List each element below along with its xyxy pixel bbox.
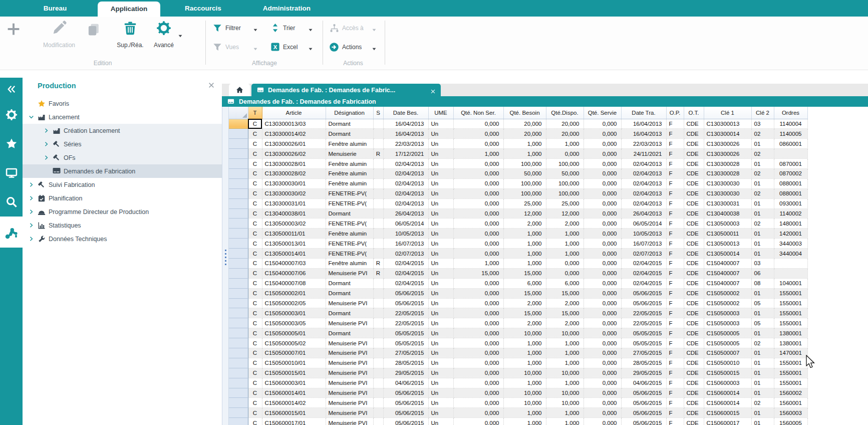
cell[interactable]: C150500007 bbox=[704, 348, 751, 358]
cell[interactable] bbox=[373, 139, 383, 149]
table-row[interactable]: CC130500011/01Fenêtre alumin10/05/2013Un… bbox=[229, 229, 807, 239]
cell[interactable]: 1560005 bbox=[774, 418, 807, 425]
cell[interactable]: 02/04/2015 bbox=[621, 268, 666, 278]
table-row[interactable]: CC150500010/01Menuiserie PVI28/05/2015Un… bbox=[229, 358, 807, 368]
cell[interactable]: 1,000 bbox=[453, 258, 503, 268]
cell[interactable]: 10,000 bbox=[546, 368, 584, 378]
cell[interactable]: 05/06/2015 bbox=[621, 398, 666, 408]
table-row[interactable]: CC150600014/01Menuiserie PVI05/06/2015Un… bbox=[229, 388, 807, 398]
cell[interactable] bbox=[373, 188, 383, 198]
cell[interactable]: F bbox=[666, 298, 684, 308]
cell[interactable]: 01 bbox=[751, 358, 774, 368]
cell[interactable]: C bbox=[248, 268, 262, 278]
cell[interactable]: C130300030/02 bbox=[262, 188, 326, 198]
chevron-right-icon[interactable] bbox=[29, 209, 38, 215]
cell[interactable]: 6,000 bbox=[503, 278, 546, 288]
cell[interactable]: CDE bbox=[684, 258, 704, 268]
cell[interactable]: 1550001 bbox=[774, 288, 807, 298]
cell[interactable]: F bbox=[666, 249, 684, 259]
cell[interactable]: F bbox=[666, 388, 684, 398]
table-row[interactable]: CC150400007/03Fenêtre aluminR02/04/2015U… bbox=[229, 258, 807, 268]
cell[interactable]: Un bbox=[428, 168, 453, 178]
cell[interactable]: 2,000 bbox=[546, 298, 584, 308]
cell[interactable]: C150600017/01 bbox=[262, 418, 326, 425]
cell[interactable]: 0,000 bbox=[453, 139, 503, 149]
cell[interactable]: 29/05/2015 bbox=[383, 368, 428, 378]
cell[interactable]: 10,000 bbox=[503, 328, 546, 338]
cell[interactable]: F bbox=[666, 308, 684, 318]
cell[interactable]: F bbox=[666, 378, 684, 388]
cell[interactable] bbox=[373, 119, 383, 129]
cell[interactable]: C130300031/01 bbox=[262, 198, 326, 208]
cell[interactable]: 02/04/2015 bbox=[621, 278, 666, 288]
cell[interactable]: 0,000 bbox=[584, 258, 621, 268]
cell[interactable]: Un bbox=[428, 159, 453, 169]
row-selector[interactable] bbox=[229, 308, 248, 318]
cell[interactable] bbox=[373, 208, 383, 219]
chevron-right-icon[interactable] bbox=[29, 236, 38, 242]
cell[interactable]: 0,000 bbox=[584, 239, 621, 249]
cell[interactable]: 15,000 bbox=[503, 308, 546, 318]
cell[interactable]: 28/05/2015 bbox=[621, 358, 666, 368]
cell[interactable]: F bbox=[666, 119, 684, 129]
tree-item-donn-es-techniques[interactable]: Données Techniques bbox=[23, 232, 222, 246]
cell[interactable]: 0,000 bbox=[584, 149, 621, 159]
cell[interactable]: CDE bbox=[684, 139, 704, 149]
cell[interactable]: 22/05/2015 bbox=[383, 308, 428, 318]
cell[interactable]: CDE bbox=[684, 368, 704, 378]
cell[interactable]: Menuiserie PVI bbox=[326, 388, 373, 398]
row-selector[interactable] bbox=[229, 258, 248, 268]
cell[interactable]: 05/06/2015 bbox=[621, 408, 666, 418]
cell[interactable]: 05/06/2015 bbox=[383, 408, 428, 418]
cell[interactable]: C130500003 bbox=[704, 219, 751, 229]
cell[interactable]: C130300026 bbox=[704, 139, 751, 149]
cell[interactable]: Fenêtre alumin bbox=[326, 159, 373, 169]
cell[interactable]: CDE bbox=[684, 239, 704, 249]
cell[interactable] bbox=[373, 168, 383, 178]
cell[interactable]: F bbox=[666, 159, 684, 169]
cell[interactable]: 1550001 bbox=[774, 318, 807, 328]
cell[interactable]: C bbox=[248, 149, 262, 159]
row-selector[interactable] bbox=[229, 159, 248, 169]
cell[interactable]: 0,000 bbox=[584, 398, 621, 408]
cell[interactable]: 1380001 bbox=[774, 328, 807, 338]
cell[interactable]: C bbox=[248, 278, 262, 288]
cell[interactable]: 27/05/2015 bbox=[383, 348, 428, 358]
filtrer-dropdown-icon[interactable] bbox=[253, 26, 258, 31]
cell[interactable]: 0,000 bbox=[584, 288, 621, 298]
cell[interactable]: C130300028/02 bbox=[262, 168, 326, 178]
column-header-o-p-[interactable]: O.P. bbox=[666, 107, 684, 119]
cell[interactable]: 1140002 bbox=[774, 208, 807, 219]
cell[interactable]: Un bbox=[428, 378, 453, 388]
row-selector[interactable] bbox=[229, 168, 248, 178]
cell[interactable] bbox=[373, 418, 383, 425]
cell[interactable]: Un bbox=[428, 208, 453, 219]
cell[interactable]: 20,000 bbox=[546, 119, 584, 129]
cell[interactable]: 16/04/2013 bbox=[621, 119, 666, 129]
cell[interactable]: C150500010/01 bbox=[262, 358, 326, 368]
column-header-date-tra-[interactable]: Date Tra. bbox=[621, 107, 666, 119]
cell[interactable]: 10/05/2013 bbox=[383, 229, 428, 239]
tab-home[interactable] bbox=[229, 84, 250, 96]
cell[interactable] bbox=[373, 219, 383, 229]
cell[interactable]: C150400007 bbox=[704, 278, 751, 288]
tree-item-suivi-fabrication[interactable]: Suivi Fabrication bbox=[23, 178, 222, 191]
cell[interactable]: 05/06/2015 bbox=[383, 398, 428, 408]
cell[interactable]: 0,000 bbox=[584, 268, 621, 278]
cell[interactable] bbox=[373, 308, 383, 318]
cell[interactable]: 10,000 bbox=[503, 388, 546, 398]
cell[interactable]: C150600017 bbox=[704, 418, 751, 425]
cell[interactable]: F bbox=[666, 318, 684, 328]
cell[interactable]: C150400007 bbox=[704, 268, 751, 278]
cell[interactable]: C bbox=[248, 178, 262, 188]
cell[interactable]: Un bbox=[428, 129, 453, 139]
cell[interactable]: 10,000 bbox=[546, 328, 584, 338]
cell[interactable]: CDE bbox=[684, 318, 704, 328]
cell[interactable]: 1420001 bbox=[774, 229, 807, 239]
cell[interactable]: 24/11/2021 bbox=[621, 149, 666, 159]
cell[interactable]: F bbox=[666, 338, 684, 348]
cell[interactable]: Fenêtre alumin bbox=[326, 178, 373, 188]
cell[interactable]: 0,000 bbox=[453, 239, 503, 249]
cell[interactable] bbox=[373, 378, 383, 388]
cell[interactable]: F bbox=[666, 368, 684, 378]
